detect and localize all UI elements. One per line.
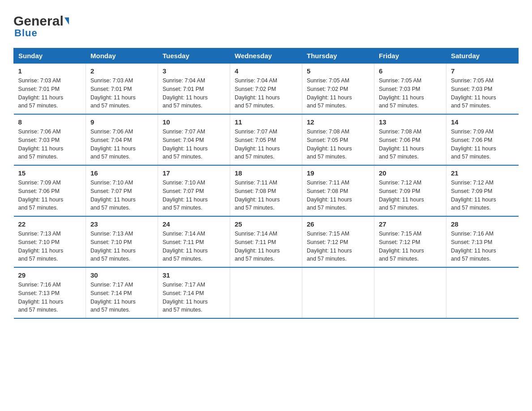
calendar-cell bbox=[446, 267, 519, 318]
calendar-cell: 13 Sunrise: 7:08 AM Sunset: 7:06 PM Dayl… bbox=[374, 114, 446, 165]
calendar-cell: 15 Sunrise: 7:09 AM Sunset: 7:06 PM Dayl… bbox=[14, 165, 86, 216]
calendar-cell: 6 Sunrise: 7:05 AM Sunset: 7:03 PM Dayli… bbox=[374, 64, 446, 115]
day-info: Sunrise: 7:16 AM Sunset: 7:13 PM Dayligh… bbox=[451, 230, 514, 263]
day-info: Sunrise: 7:15 AM Sunset: 7:12 PM Dayligh… bbox=[379, 230, 442, 263]
calendar-cell: 11 Sunrise: 7:07 AM Sunset: 7:05 PM Dayl… bbox=[230, 114, 302, 165]
day-info: Sunrise: 7:03 AM Sunset: 7:01 PM Dayligh… bbox=[18, 77, 82, 110]
calendar-cell bbox=[230, 267, 302, 318]
calendar-cell: 2 Sunrise: 7:03 AM Sunset: 7:01 PM Dayli… bbox=[86, 64, 158, 115]
day-number: 17 bbox=[163, 169, 225, 177]
calendar-week-row: 29 Sunrise: 7:16 AM Sunset: 7:13 PM Dayl… bbox=[14, 267, 519, 318]
calendar-cell: 20 Sunrise: 7:12 AM Sunset: 7:09 PM Dayl… bbox=[374, 165, 446, 216]
day-number: 25 bbox=[235, 220, 297, 228]
day-number: 18 bbox=[235, 169, 297, 177]
day-number: 22 bbox=[18, 220, 82, 228]
day-info: Sunrise: 7:15 AM Sunset: 7:12 PM Dayligh… bbox=[307, 230, 369, 263]
day-number: 12 bbox=[307, 118, 369, 126]
day-info: Sunrise: 7:05 AM Sunset: 7:03 PM Dayligh… bbox=[451, 77, 514, 110]
header-friday: Friday bbox=[374, 48, 446, 64]
day-info: Sunrise: 7:10 AM Sunset: 7:07 PM Dayligh… bbox=[163, 179, 225, 212]
calendar-cell: 10 Sunrise: 7:07 AM Sunset: 7:04 PM Dayl… bbox=[158, 114, 230, 165]
page-header: General Blue bbox=[13, 13, 519, 39]
day-number: 21 bbox=[451, 169, 514, 177]
day-info: Sunrise: 7:09 AM Sunset: 7:06 PM Dayligh… bbox=[451, 128, 514, 161]
calendar-cell: 1 Sunrise: 7:03 AM Sunset: 7:01 PM Dayli… bbox=[14, 64, 86, 115]
header-wednesday: Wednesday bbox=[230, 48, 302, 64]
day-info: Sunrise: 7:13 AM Sunset: 7:10 PM Dayligh… bbox=[18, 230, 82, 263]
day-number: 9 bbox=[90, 118, 153, 126]
calendar-table: SundayMondayTuesdayWednesdayThursdayFrid… bbox=[13, 48, 519, 319]
calendar-cell: 26 Sunrise: 7:15 AM Sunset: 7:12 PM Dayl… bbox=[302, 216, 374, 267]
day-number: 6 bbox=[379, 67, 442, 75]
day-number: 5 bbox=[307, 67, 369, 75]
calendar-week-row: 1 Sunrise: 7:03 AM Sunset: 7:01 PM Dayli… bbox=[14, 64, 519, 115]
day-info: Sunrise: 7:07 AM Sunset: 7:05 PM Dayligh… bbox=[235, 128, 297, 161]
calendar-week-row: 8 Sunrise: 7:06 AM Sunset: 7:03 PM Dayli… bbox=[14, 114, 519, 165]
day-number: 28 bbox=[451, 220, 514, 228]
calendar-header-row: SundayMondayTuesdayWednesdayThursdayFrid… bbox=[14, 48, 519, 64]
calendar-cell: 4 Sunrise: 7:04 AM Sunset: 7:02 PM Dayli… bbox=[230, 64, 302, 115]
day-info: Sunrise: 7:08 AM Sunset: 7:06 PM Dayligh… bbox=[379, 128, 442, 161]
calendar-cell: 9 Sunrise: 7:06 AM Sunset: 7:04 PM Dayli… bbox=[86, 114, 158, 165]
calendar-cell: 18 Sunrise: 7:11 AM Sunset: 7:08 PM Dayl… bbox=[230, 165, 302, 216]
day-info: Sunrise: 7:14 AM Sunset: 7:11 PM Dayligh… bbox=[163, 230, 225, 263]
logo: General Blue bbox=[13, 13, 69, 39]
day-info: Sunrise: 7:12 AM Sunset: 7:09 PM Dayligh… bbox=[379, 179, 442, 212]
calendar-cell: 3 Sunrise: 7:04 AM Sunset: 7:01 PM Dayli… bbox=[158, 64, 230, 115]
day-number: 3 bbox=[163, 67, 225, 75]
calendar-cell: 30 Sunrise: 7:17 AM Sunset: 7:14 PM Dayl… bbox=[86, 267, 158, 318]
header-thursday: Thursday bbox=[302, 48, 374, 64]
calendar-cell: 28 Sunrise: 7:16 AM Sunset: 7:13 PM Dayl… bbox=[446, 216, 519, 267]
calendar-cell: 17 Sunrise: 7:10 AM Sunset: 7:07 PM Dayl… bbox=[158, 165, 230, 216]
header-monday: Monday bbox=[86, 48, 158, 64]
day-number: 7 bbox=[451, 67, 514, 75]
day-number: 15 bbox=[18, 169, 82, 177]
day-info: Sunrise: 7:04 AM Sunset: 7:01 PM Dayligh… bbox=[163, 77, 225, 110]
calendar-cell: 12 Sunrise: 7:08 AM Sunset: 7:05 PM Dayl… bbox=[302, 114, 374, 165]
calendar-cell: 25 Sunrise: 7:14 AM Sunset: 7:11 PM Dayl… bbox=[230, 216, 302, 267]
day-number: 20 bbox=[379, 169, 442, 177]
day-number: 23 bbox=[90, 220, 153, 228]
day-info: Sunrise: 7:17 AM Sunset: 7:14 PM Dayligh… bbox=[163, 281, 225, 314]
day-info: Sunrise: 7:08 AM Sunset: 7:05 PM Dayligh… bbox=[307, 128, 369, 161]
day-info: Sunrise: 7:11 AM Sunset: 7:08 PM Dayligh… bbox=[235, 179, 297, 212]
day-number: 2 bbox=[90, 67, 153, 75]
day-info: Sunrise: 7:16 AM Sunset: 7:13 PM Dayligh… bbox=[18, 281, 82, 314]
calendar-week-row: 22 Sunrise: 7:13 AM Sunset: 7:10 PM Dayl… bbox=[14, 216, 519, 267]
day-info: Sunrise: 7:17 AM Sunset: 7:14 PM Dayligh… bbox=[90, 281, 153, 314]
calendar-cell bbox=[302, 267, 374, 318]
day-info: Sunrise: 7:10 AM Sunset: 7:07 PM Dayligh… bbox=[90, 179, 153, 212]
day-number: 16 bbox=[90, 169, 153, 177]
day-info: Sunrise: 7:05 AM Sunset: 7:02 PM Dayligh… bbox=[307, 77, 369, 110]
day-info: Sunrise: 7:11 AM Sunset: 7:08 PM Dayligh… bbox=[307, 179, 369, 212]
day-number: 29 bbox=[18, 271, 82, 279]
day-info: Sunrise: 7:14 AM Sunset: 7:11 PM Dayligh… bbox=[235, 230, 297, 263]
logo-blue: Blue bbox=[14, 27, 38, 39]
day-number: 27 bbox=[379, 220, 442, 228]
calendar-cell: 7 Sunrise: 7:05 AM Sunset: 7:03 PM Dayli… bbox=[446, 64, 519, 115]
day-number: 8 bbox=[18, 118, 82, 126]
day-info: Sunrise: 7:09 AM Sunset: 7:06 PM Dayligh… bbox=[18, 179, 82, 212]
day-info: Sunrise: 7:03 AM Sunset: 7:01 PM Dayligh… bbox=[90, 77, 153, 110]
day-number: 10 bbox=[163, 118, 225, 126]
calendar-cell: 27 Sunrise: 7:15 AM Sunset: 7:12 PM Dayl… bbox=[374, 216, 446, 267]
day-number: 26 bbox=[307, 220, 369, 228]
calendar-cell: 22 Sunrise: 7:13 AM Sunset: 7:10 PM Dayl… bbox=[14, 216, 86, 267]
day-number: 11 bbox=[235, 118, 297, 126]
calendar-cell: 29 Sunrise: 7:16 AM Sunset: 7:13 PM Dayl… bbox=[14, 267, 86, 318]
day-info: Sunrise: 7:05 AM Sunset: 7:03 PM Dayligh… bbox=[379, 77, 442, 110]
calendar-cell: 16 Sunrise: 7:10 AM Sunset: 7:07 PM Dayl… bbox=[86, 165, 158, 216]
header-tuesday: Tuesday bbox=[158, 48, 230, 64]
day-number: 19 bbox=[307, 169, 369, 177]
header-saturday: Saturday bbox=[446, 48, 519, 64]
day-info: Sunrise: 7:04 AM Sunset: 7:02 PM Dayligh… bbox=[235, 77, 297, 110]
day-info: Sunrise: 7:07 AM Sunset: 7:04 PM Dayligh… bbox=[163, 128, 225, 161]
day-info: Sunrise: 7:12 AM Sunset: 7:09 PM Dayligh… bbox=[451, 179, 514, 212]
day-number: 1 bbox=[18, 67, 82, 75]
day-info: Sunrise: 7:06 AM Sunset: 7:04 PM Dayligh… bbox=[90, 128, 153, 161]
day-number: 31 bbox=[163, 271, 225, 279]
day-info: Sunrise: 7:06 AM Sunset: 7:03 PM Dayligh… bbox=[18, 128, 82, 161]
calendar-cell bbox=[374, 267, 446, 318]
calendar-cell: 8 Sunrise: 7:06 AM Sunset: 7:03 PM Dayli… bbox=[14, 114, 86, 165]
header-sunday: Sunday bbox=[14, 48, 86, 64]
